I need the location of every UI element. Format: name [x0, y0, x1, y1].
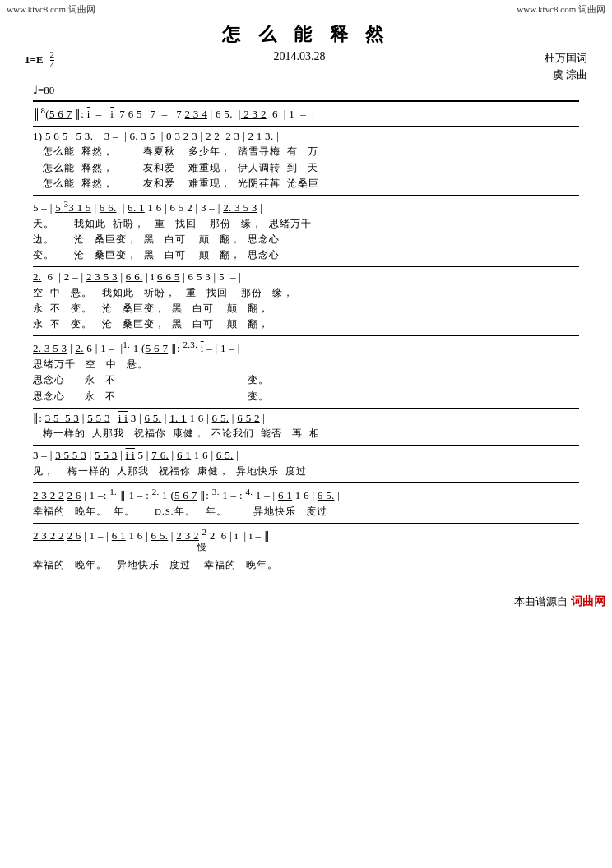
line1-block: ║8(5 6 7 ‖: i – i 7 6 5 | 7 – 7 2 3 4 | … — [33, 100, 579, 122]
line4-lyrics1: 空 中 悬。 我如此 祈盼， 重 找回 那份 缘， — [33, 285, 579, 301]
line6-notation: ‖: 3 5 5 3 | 5 5 3 | i i 3 | 6 5. | 1. 1… — [33, 408, 579, 427]
author: 杜万国词 虞 淙曲 — [545, 50, 587, 82]
line9-lyrics1: 幸福的 晚年。 异地快乐 度过 幸福的 晚年。 — [33, 557, 579, 573]
line4-block: 2. 6 | 2 – | 2 3 5 3 | 6 6. | i 6 6 5 | … — [33, 266, 579, 332]
score-container: ♩=80 ║8(5 6 7 ‖: i – i 7 6 5 | 7 – 7 2 3… — [25, 84, 587, 573]
line4-lyrics2: 永 不 变。 沧 桑巨变， 黑 白可 颠 翻， — [33, 301, 579, 316]
line5-block: 2. 3 5 3 | 2. 6 | 1 – |1. 1 (5 6 7 ‖: 2.… — [33, 335, 579, 404]
line2-notation: 1) 5 6 5 | 5 3. | 3 – | 6. 3 5 | 0 3 2 3… — [33, 126, 579, 145]
line3-notation: 5 – | 5 33 1 5 | 6 6. | 6. 1 1 6 | 6 5 2… — [33, 195, 579, 216]
line2-lyrics1: 怎么能 释然， 春夏秋 多少年， 踏雪寻梅 有 万 — [33, 144, 579, 159]
line6-block: ‖: 3 5 5 3 | 5 5 3 | i i 3 | 6 5. | 1. 1… — [33, 408, 579, 442]
lyric-author: 杜万国词 — [545, 50, 587, 67]
footer-source: 本曲谱源自 — [514, 594, 568, 609]
tempo-mark: ♩=80 — [33, 84, 54, 96]
line5-notation: 2. 3 5 3 | 2. 6 | 1 – |1. 1 (5 6 7 ‖: 2.… — [33, 335, 579, 357]
main-content: 怎 么 能 释 然 1=E 2 4 2014.03.28 杜万国词 虞 淙曲 ♩… — [0, 22, 612, 583]
line8-block: 2 3 2 2 2 6 | 1 –: 1. ‖ 1 – : 2. 1 (5 6 … — [33, 482, 579, 519]
footer-site: 词曲网 — [571, 594, 605, 609]
date: 2014.03.28 — [54, 50, 545, 63]
line2-lyrics2: 怎么能 释然， 友和爱 难重现， 伊人调转 到 天 — [33, 160, 579, 176]
line3-lyrics2: 边。 沧 桑巨变， 黑 白可 颠 翻， 思念心 — [33, 232, 579, 247]
line1-notation: ║8(5 6 7 ‖: i – i 7 6 5 | 7 – 7 2 3 4 | … — [33, 100, 579, 122]
line3-block: 5 – | 5 33 1 5 | 6 6. | 6. 1 1 6 | 6 5 2… — [33, 195, 579, 263]
watermark-right: www.ktvc8.com 词曲网 — [517, 3, 605, 16]
line4-notation: 2. 6 | 2 – | 2 3 5 3 | 6 6. | i 6 6 5 | … — [33, 266, 579, 285]
line5-lyrics1: 思绪万千 空 中 悬。 — [33, 357, 579, 372]
line4-lyrics3: 永 不 变。 沧 桑巨变， 黑 白可 颠 翻， — [33, 316, 579, 332]
line8-lyrics1: 幸福的 晚年。 年。 D.S.年。 年。 异地快乐 度过 — [33, 504, 579, 519]
line9-block: 2 3 2 2 2 6 | 1 – | 6 1 1 6 | 6 5. | 2 3… — [33, 523, 579, 573]
music-author: 虞 淙曲 — [545, 67, 587, 83]
line7-notation: 3 – | 3 5 5 3 | 5 5 3 | i i 5 | 7 6. | 6… — [33, 445, 579, 464]
watermark-bar: www.ktvc8.com 词曲网 www.ktvc8.com 词曲网 — [0, 0, 612, 17]
line3-lyrics3: 变。 沧 桑巨变， 黑 白可 颠 翻， 思念心 — [33, 247, 579, 263]
footer-row: 本曲谱源自 词曲网 — [0, 588, 612, 612]
song-title: 怎 么 能 释 然 — [25, 22, 587, 47]
tempo-line: ♩=80 — [33, 84, 579, 97]
line7-block: 3 – | 3 5 5 3 | 5 5 3 | i i 5 | 7 6. | 6… — [33, 445, 579, 479]
slow-mark: 慢 — [197, 541, 206, 553]
line5-lyrics3: 思念心 永 不 变。 — [33, 389, 579, 404]
line9-notation: 2 3 2 2 2 6 | 1 – | 6 1 1 6 | 6 5. | 2 3… — [33, 523, 579, 544]
line6-lyrics1: 梅一样的 人那我 祝福你 康健， 不论我们 能否 再 相 — [33, 426, 579, 441]
key-time: 1=E 2 4 — [25, 50, 54, 70]
key-label: 1=E — [25, 53, 44, 67]
watermark-left: www.ktvc8.com 词曲网 — [7, 3, 95, 16]
line3-lyrics1: 天。 我如此 祈盼， 重 找回 那份 缘， 思绪万千 — [33, 216, 579, 232]
info-row: 1=E 2 4 2014.03.28 杜万国词 虞 淙曲 — [25, 50, 587, 82]
line5-lyrics2: 思念心 永 不 变。 — [33, 372, 579, 388]
line2-block: 1) 5 6 5 | 5 3. | 3 – | 6. 3 5 | 0 3 2 3… — [33, 126, 579, 192]
line7-lyrics1: 见， 梅一样的 人那我 祝福你 康健， 异地快乐 度过 — [33, 464, 579, 479]
line8-notation: 2 3 2 2 2 6 | 1 –: 1. ‖ 1 – : 2. 1 (5 6 … — [33, 482, 579, 504]
line2-lyrics3: 怎么能 释然， 友和爱 难重现， 光阴荏苒 沧桑巨 — [33, 176, 579, 192]
